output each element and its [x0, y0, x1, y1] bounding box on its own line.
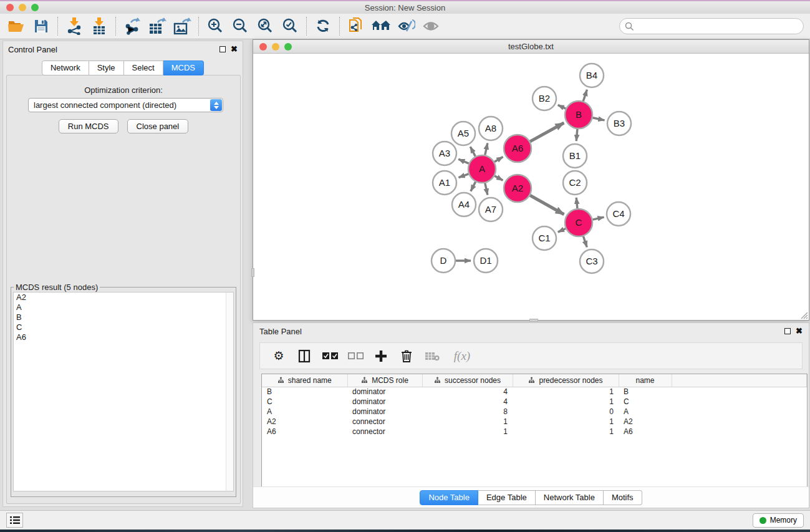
network-node-C4[interactable]: C4 — [607, 202, 630, 226]
zoom-app-button[interactable] — [31, 4, 39, 11]
network-edge-A-A8[interactable] — [485, 143, 488, 155]
table-cell[interactable]: dominator — [347, 387, 422, 397]
network-edge-C-C2[interactable] — [576, 198, 577, 208]
network-node-B[interactable]: B — [565, 101, 592, 128]
table-cell[interactable]: A2 — [262, 417, 347, 427]
result-item[interactable]: A — [14, 302, 233, 312]
network-node-B1[interactable]: B1 — [563, 144, 587, 168]
network-edge-B-B1[interactable] — [576, 129, 577, 141]
table-cell[interactable]: C — [619, 397, 672, 407]
network-node-A1[interactable]: A1 — [433, 171, 456, 195]
network-node-A6[interactable]: A6 — [504, 135, 531, 162]
network-node-D1[interactable]: D1 — [474, 249, 498, 273]
tab-select[interactable]: Select — [124, 60, 163, 75]
network-node-B4[interactable]: B4 — [580, 64, 604, 87]
export-image-button[interactable] — [170, 16, 195, 37]
delete-columns-button[interactable] — [397, 346, 417, 366]
tab-node-table[interactable]: Node Table — [420, 490, 478, 505]
network-edge-A-A5[interactable] — [470, 147, 475, 156]
network-node-C[interactable]: C — [565, 209, 592, 236]
network-edge-A-A4[interactable] — [471, 182, 476, 191]
delete-table-button[interactable] — [422, 346, 442, 366]
tab-network-table[interactable]: Network Table — [536, 490, 604, 505]
unselect-all-columns-button[interactable] — [345, 346, 365, 366]
network-node-D[interactable]: D — [432, 249, 455, 273]
network-edge-A-A6[interactable] — [494, 157, 503, 162]
import-table-button[interactable] — [87, 16, 112, 37]
table-row[interactable]: Adominator80A — [262, 407, 807, 417]
resize-grip-icon[interactable] — [800, 311, 808, 319]
memory-button[interactable]: Memory — [753, 513, 804, 528]
table-cell[interactable]: dominator — [347, 407, 422, 417]
column-header-MCDS-role[interactable]: MCDS role — [347, 374, 422, 387]
network-edge-A-A1[interactable] — [459, 174, 469, 178]
close-table-panel-icon[interactable]: ✖ — [796, 328, 803, 334]
close-network-button[interactable] — [259, 43, 267, 51]
table-cell[interactable]: C — [262, 397, 347, 407]
table-cell[interactable]: B — [619, 387, 672, 397]
tab-motifs[interactable]: Motifs — [604, 490, 642, 505]
show-graphics-details-button[interactable] — [393, 16, 418, 37]
network-edge-A2-C[interactable] — [530, 195, 564, 215]
function-builder-button[interactable]: f(x) — [448, 346, 476, 366]
export-table-button[interactable] — [145, 16, 170, 37]
table-row[interactable]: A6connector11A6 — [262, 427, 807, 437]
table-cell[interactable]: 1 — [513, 417, 619, 427]
create-column-button[interactable] — [371, 346, 391, 366]
network-edge-B-B3[interactable] — [593, 118, 605, 120]
table-options-button[interactable]: ⚙ — [269, 346, 289, 366]
network-edge-C-C3[interactable] — [583, 236, 587, 248]
zoom-network-button[interactable] — [284, 43, 292, 51]
network-window-titlebar[interactable]: testGlobe.txt — [253, 40, 809, 54]
zoom-fit-button[interactable] — [253, 16, 277, 37]
task-history-button[interactable] — [6, 513, 23, 528]
column-header-successor-nodes[interactable]: successor nodes — [422, 374, 513, 387]
run-mcds-button[interactable]: Run MCDS — [59, 119, 118, 133]
network-node-A4[interactable]: A4 — [452, 193, 476, 216]
search-input[interactable] — [619, 18, 804, 34]
float-table-panel-icon[interactable] — [784, 328, 791, 334]
show-column-button[interactable] — [294, 346, 314, 366]
zoom-out-button[interactable] — [228, 16, 253, 37]
tab-style[interactable]: Style — [89, 60, 124, 75]
select-all-columns-button[interactable] — [320, 346, 340, 366]
result-item[interactable]: A6 — [14, 332, 233, 342]
table-cell[interactable]: 1 — [422, 427, 513, 437]
network-node-B2[interactable]: B2 — [533, 87, 556, 110]
splitter-handle[interactable] — [529, 319, 538, 322]
export-network-button[interactable] — [120, 16, 145, 37]
network-node-A[interactable]: A — [468, 155, 496, 183]
table-cell[interactable]: 4 — [422, 387, 513, 397]
table-cell[interactable]: connector — [347, 417, 422, 427]
table-cell[interactable]: A6 — [262, 427, 347, 437]
network-node-C3[interactable]: C3 — [580, 249, 604, 273]
network-edge-C-C4[interactable] — [593, 217, 604, 220]
table-cell[interactable]: connector — [347, 427, 422, 437]
network-canvas[interactable]: B4B2BB3A8A5A6A3B1AA1C2A2A4A7C4CC1C3DD1 — [253, 54, 809, 320]
minimize-network-button[interactable] — [272, 43, 279, 51]
table-cell[interactable]: 8 — [422, 407, 513, 417]
hide-graphics-button[interactable] — [418, 16, 443, 37]
result-item[interactable]: A2 — [14, 293, 233, 302]
result-scrollbar[interactable] — [226, 293, 233, 491]
network-edge-A6-B[interactable] — [530, 123, 564, 142]
result-item[interactable]: C — [14, 322, 233, 332]
criterion-select[interactable]: largest connected component (directed) — [28, 98, 223, 112]
table-cell[interactable]: A — [262, 407, 347, 417]
table-cell[interactable]: 1 — [513, 397, 619, 407]
close-panel-icon[interactable]: ✖ — [231, 46, 238, 52]
table-row[interactable]: A2connector11A2 — [262, 417, 807, 427]
tab-edge-table[interactable]: Edge Table — [478, 490, 536, 505]
zoom-in-button[interactable] — [203, 16, 228, 37]
close-app-button[interactable] — [6, 4, 14, 11]
network-edge-B-B2[interactable] — [558, 105, 566, 109]
network-node-C2[interactable]: C2 — [563, 171, 587, 195]
macos-titlebar[interactable]: Session: New Session — [0, 0, 810, 14]
mcds-result-list[interactable]: A2ABCA6 — [13, 292, 234, 491]
table-cell[interactable]: 1 — [513, 387, 619, 397]
network-node-C1[interactable]: C1 — [533, 226, 556, 250]
result-item[interactable]: B — [14, 312, 233, 322]
close-panel-button[interactable]: Close panel — [127, 119, 189, 133]
splitter-handle[interactable] — [251, 268, 254, 277]
network-node-A3[interactable]: A3 — [433, 142, 456, 165]
